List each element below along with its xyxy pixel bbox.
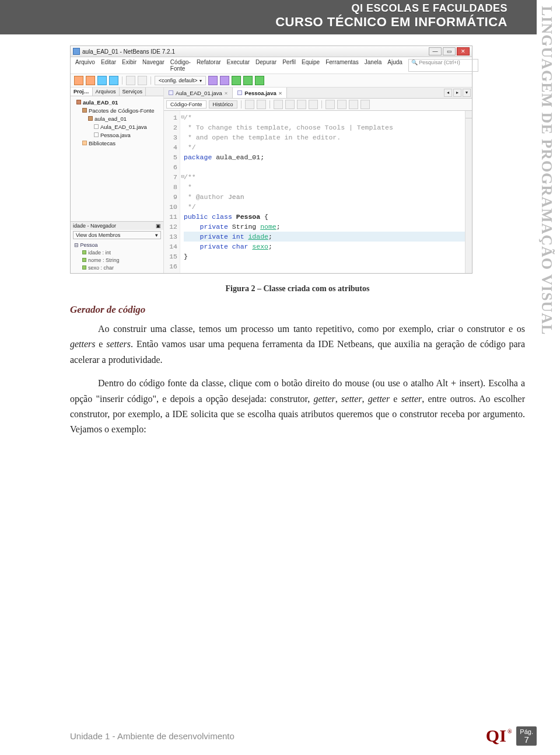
left-tab[interactable]: Serviços [120, 88, 146, 96]
field-icon [82, 265, 86, 270]
left-panel-tabs: Proj…ArquivosServiços [71, 88, 163, 96]
page-footer: Unidade 1 - Ambiente de desenvolvimento … [0, 726, 560, 746]
profile-icon[interactable] [255, 76, 264, 85]
header-line-2: CURSO TÉCNICO EM INFORMÁTICA [0, 15, 508, 30]
minimize-button[interactable]: — [429, 47, 442, 55]
code-content[interactable]: /* * To change this template, choose Too… [180, 111, 472, 273]
editor-tab[interactable]: Pessoa.java × [233, 88, 287, 98]
menu-item[interactable]: Ajuda [387, 59, 402, 72]
left-tab[interactable]: Arquivos [93, 88, 120, 96]
comment-icon[interactable] [349, 100, 358, 109]
run-icon[interactable] [232, 76, 241, 85]
uncomment-icon[interactable] [360, 100, 370, 109]
editor-toolbar: Código-Fonte Histórico [164, 99, 472, 111]
figure-caption: Figura 2 – Classe criada com os atributo… [70, 284, 525, 293]
menu-item[interactable]: Editar [101, 59, 116, 72]
close-button[interactable]: ✕ [457, 47, 470, 55]
menu-item[interactable]: Equipe [302, 59, 320, 72]
editor-subtab-history[interactable]: Histórico [209, 100, 237, 109]
menu-item[interactable]: Refatorar [197, 59, 221, 72]
nav-back-icon[interactable] [245, 100, 254, 109]
project-tree[interactable]: aula_EAD_01 Pacotes de Códigos-Fonte aul… [71, 96, 163, 221]
ide-menubar: ArquivoEditarExibirNavegarCódigo-FonteRe… [71, 57, 472, 74]
section-heading: Gerador de código [70, 304, 525, 316]
code-editor[interactable]: 12345678910111213141516 /* * To change t… [164, 111, 472, 273]
menu-item[interactable]: Código-Fonte [170, 59, 191, 72]
package-node[interactable]: aula_ead_01 [94, 116, 127, 122]
field-icon [82, 258, 86, 262]
close-tab-icon[interactable]: × [225, 90, 228, 96]
page-header: QI ESCOLAS E FACULDADES CURSO TÉCNICO EM… [0, 0, 537, 34]
project-root[interactable]: aula_EAD_01 [83, 99, 118, 106]
line-gutter: 12345678910111213141516 [164, 111, 180, 273]
left-tab[interactable]: Proj… [71, 88, 93, 96]
save-all-icon[interactable] [109, 76, 118, 85]
clean-build-icon[interactable] [220, 76, 229, 85]
side-vertical-title: LINGUAGEM DE PROGRAMAÇÃO VISUAL [537, 6, 556, 338]
navigator-view-combo[interactable]: View dos Membros▾ [73, 231, 161, 239]
navigator-field[interactable]: nome : String [88, 257, 120, 263]
field-icon [82, 250, 86, 254]
tree-file[interactable]: Aula_EAD_01.java [100, 124, 147, 130]
window-controls: — ▭ ✕ [429, 47, 470, 55]
source-group[interactable]: Pacotes de Códigos-Fonte [89, 107, 154, 114]
build-icon[interactable] [208, 76, 218, 85]
navigator-field[interactable]: sexo : char [88, 265, 114, 271]
navigator-tree[interactable]: ⊟ Pessoa idade : int nome : String sexo … [71, 240, 163, 273]
new-project-icon[interactable] [86, 76, 95, 85]
editor-scrollbar[interactable] [465, 111, 472, 273]
libraries-node[interactable]: Bibliotecas [89, 140, 116, 146]
page-label: Pág. [520, 728, 533, 735]
undo-icon[interactable] [126, 76, 135, 85]
main-content: aula_EAD_01 - NetBeans IDE 7.2.1 — ▭ ✕ A… [0, 34, 560, 438]
paragraph: Dentro do código fonte da classe, clique… [70, 376, 525, 438]
menu-item[interactable]: Depurar [256, 59, 276, 72]
menu-item[interactable]: Navegar [142, 59, 164, 72]
body-text: Ao construir uma classe, temos um proces… [70, 321, 525, 438]
navigator-class[interactable]: Pessoa [80, 242, 98, 248]
next-bookmark-icon[interactable] [297, 100, 306, 109]
navigator-field[interactable]: idade : int [88, 250, 111, 256]
navigator-combo-label: View dos Membros [76, 232, 120, 238]
navigator-title-text: idade - Navegador [73, 223, 116, 229]
menu-item[interactable]: Arquivo [75, 59, 95, 72]
menu-item[interactable]: Executar [227, 59, 250, 72]
panel-close-icon[interactable]: ▣ [156, 223, 161, 229]
top-strip: QI ESCOLAS E FACULDADES CURSO TÉCNICO EM… [0, 0, 560, 34]
tree-file[interactable]: Pessoa.java [100, 132, 131, 138]
redo-icon[interactable] [138, 76, 147, 85]
shift-left-icon[interactable] [326, 100, 335, 109]
editor-subtab-source[interactable]: Código-Fonte [166, 100, 206, 109]
separator [150, 76, 151, 85]
page-badge: Pág. 7 [516, 726, 537, 746]
toggle-bookmark-icon[interactable] [309, 100, 318, 109]
header-line-1: QI ESCOLAS E FACULDADES [0, 2, 508, 15]
package-icon [88, 116, 93, 121]
config-selector[interactable]: <config. default> [155, 76, 206, 85]
ide-body: Proj…ArquivosServiços aula_EAD_01 Pacote… [71, 88, 472, 273]
tab-right-icon[interactable]: ▸ [453, 89, 461, 97]
search-input[interactable]: 🔍 Pesquisar (Ctrl+I) [408, 59, 478, 72]
nav-fwd-icon[interactable] [257, 100, 266, 109]
new-file-icon[interactable] [74, 76, 83, 85]
tab-left-icon[interactable]: ◂ [444, 89, 452, 97]
editor-tab[interactable]: Aula_EAD_01.java × [164, 88, 233, 98]
menu-item[interactable]: Perfil [282, 59, 296, 72]
maximize-button[interactable]: ▭ [443, 47, 456, 55]
separator [122, 76, 123, 85]
paragraph: Ao construir uma classe, temos um proces… [70, 321, 525, 368]
open-icon[interactable] [97, 76, 107, 85]
menu-item[interactable]: Exibir [122, 59, 136, 72]
find-icon[interactable] [274, 100, 283, 109]
shift-right-icon[interactable] [337, 100, 346, 109]
menu-item[interactable]: Ferramentas [326, 59, 359, 72]
app-icon [73, 48, 80, 55]
ide-left-panel: Proj…ArquivosServiços aula_EAD_01 Pacote… [71, 88, 164, 273]
prev-bookmark-icon[interactable] [285, 100, 295, 109]
menu-item[interactable]: Janela [365, 59, 382, 72]
source-packages-icon [82, 108, 87, 113]
tab-list-icon[interactable]: ▾ [463, 89, 471, 97]
debug-icon[interactable] [243, 76, 253, 85]
separator [241, 100, 242, 109]
close-tab-icon[interactable]: × [279, 90, 282, 96]
